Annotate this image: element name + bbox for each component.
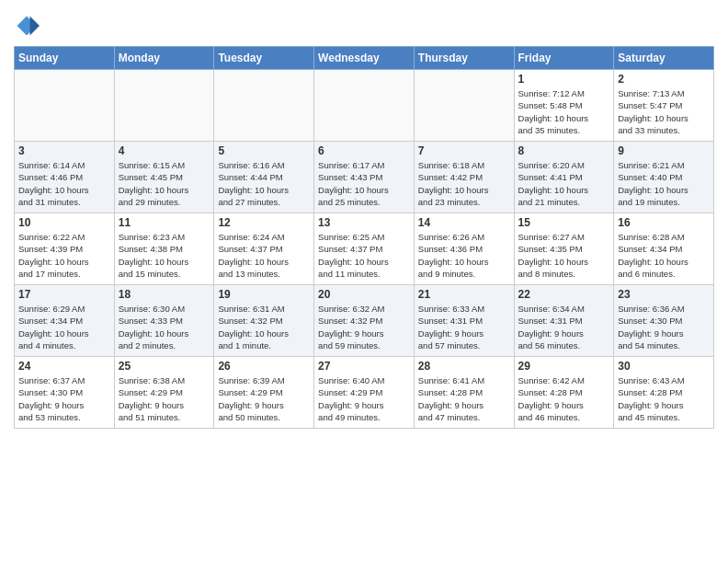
day-info: Sunrise: 6:21 AM Sunset: 4:40 PM Dayligh… — [618, 159, 710, 208]
day-info: Sunrise: 6:17 AM Sunset: 4:43 PM Dayligh… — [318, 159, 410, 208]
calendar-cell — [414, 70, 514, 142]
day-number: 5 — [218, 144, 310, 157]
page: SundayMondayTuesdayWednesdayThursdayFrid… — [0, 0, 728, 563]
day-info: Sunrise: 6:32 AM Sunset: 4:32 PM Dayligh… — [318, 303, 410, 351]
day-info: Sunrise: 6:27 AM Sunset: 4:35 PM Dayligh… — [518, 231, 610, 280]
day-number: 22 — [518, 288, 610, 301]
calendar-cell: 30Sunrise: 6:43 AM Sunset: 4:28 PM Dayli… — [614, 357, 714, 429]
day-number: 12 — [218, 216, 310, 229]
day-info: Sunrise: 6:28 AM Sunset: 4:34 PM Dayligh… — [618, 231, 710, 280]
day-info: Sunrise: 6:24 AM Sunset: 4:37 PM Dayligh… — [218, 231, 310, 280]
day-info: Sunrise: 6:30 AM Sunset: 4:33 PM Dayligh… — [119, 303, 210, 351]
day-info: Sunrise: 6:36 AM Sunset: 4:30 PM Dayligh… — [618, 303, 710, 351]
calendar-cell: 18Sunrise: 6:30 AM Sunset: 4:33 PM Dayli… — [114, 285, 214, 357]
calendar-week-1: 1Sunrise: 7:12 AM Sunset: 5:48 PM Daylig… — [15, 70, 714, 142]
day-number: 28 — [418, 360, 510, 373]
day-info: Sunrise: 6:40 AM Sunset: 4:29 PM Dayligh… — [318, 374, 410, 423]
day-number: 24 — [18, 360, 110, 373]
day-number: 11 — [119, 216, 210, 229]
day-info: Sunrise: 6:16 AM Sunset: 4:44 PM Dayligh… — [218, 159, 310, 208]
day-number: 26 — [218, 360, 310, 373]
calendar-cell: 8Sunrise: 6:20 AM Sunset: 4:41 PM Daylig… — [514, 142, 614, 213]
calendar-cell: 1Sunrise: 7:12 AM Sunset: 5:48 PM Daylig… — [514, 70, 614, 142]
calendar-cell: 11Sunrise: 6:23 AM Sunset: 4:38 PM Dayli… — [114, 213, 214, 285]
day-info: Sunrise: 7:12 AM Sunset: 5:48 PM Dayligh… — [518, 87, 610, 136]
day-info: Sunrise: 6:39 AM Sunset: 4:29 PM Dayligh… — [218, 374, 310, 423]
calendar-cell — [214, 70, 314, 142]
day-number: 30 — [618, 360, 710, 373]
calendar-cell: 29Sunrise: 6:42 AM Sunset: 4:28 PM Dayli… — [514, 357, 614, 429]
day-info: Sunrise: 6:22 AM Sunset: 4:39 PM Dayligh… — [18, 231, 110, 280]
calendar-cell: 5Sunrise: 6:16 AM Sunset: 4:44 PM Daylig… — [214, 142, 314, 213]
calendar-cell: 26Sunrise: 6:39 AM Sunset: 4:29 PM Dayli… — [214, 357, 314, 429]
calendar-cell: 10Sunrise: 6:22 AM Sunset: 4:39 PM Dayli… — [15, 213, 115, 285]
calendar-header-monday: Monday — [114, 47, 214, 70]
calendar-header-row: SundayMondayTuesdayWednesdayThursdayFrid… — [15, 47, 714, 70]
day-info: Sunrise: 6:33 AM Sunset: 4:31 PM Dayligh… — [418, 303, 510, 351]
calendar-cell: 27Sunrise: 6:40 AM Sunset: 4:29 PM Dayli… — [314, 357, 415, 429]
calendar-cell: 14Sunrise: 6:26 AM Sunset: 4:36 PM Dayli… — [414, 213, 514, 285]
calendar-cell — [114, 70, 214, 142]
calendar-cell: 15Sunrise: 6:27 AM Sunset: 4:35 PM Dayli… — [514, 213, 614, 285]
day-number: 3 — [18, 144, 110, 157]
day-info: Sunrise: 6:29 AM Sunset: 4:34 PM Dayligh… — [18, 303, 110, 351]
day-info: Sunrise: 6:42 AM Sunset: 4:28 PM Dayligh… — [518, 374, 610, 423]
day-number: 13 — [318, 216, 410, 229]
calendar-cell: 24Sunrise: 6:37 AM Sunset: 4:30 PM Dayli… — [15, 357, 115, 429]
day-number: 18 — [119, 288, 210, 301]
calendar-cell — [314, 70, 415, 142]
day-number: 16 — [618, 216, 710, 229]
calendar-cell: 22Sunrise: 6:34 AM Sunset: 4:31 PM Dayli… — [514, 285, 614, 357]
day-info: Sunrise: 6:37 AM Sunset: 4:30 PM Dayligh… — [18, 374, 110, 423]
day-number: 20 — [318, 288, 410, 301]
day-number: 9 — [618, 144, 710, 157]
day-number: 10 — [18, 216, 110, 229]
calendar-cell: 23Sunrise: 6:36 AM Sunset: 4:30 PM Dayli… — [614, 285, 714, 357]
day-info: Sunrise: 7:13 AM Sunset: 5:47 PM Dayligh… — [618, 87, 710, 136]
calendar-header-tuesday: Tuesday — [214, 47, 314, 70]
calendar-week-3: 10Sunrise: 6:22 AM Sunset: 4:39 PM Dayli… — [15, 213, 714, 285]
day-number: 29 — [518, 360, 610, 373]
day-info: Sunrise: 6:20 AM Sunset: 4:41 PM Dayligh… — [518, 159, 610, 208]
day-number: 14 — [418, 216, 510, 229]
day-info: Sunrise: 6:34 AM Sunset: 4:31 PM Dayligh… — [518, 303, 610, 351]
calendar-cell: 13Sunrise: 6:25 AM Sunset: 4:37 PM Dayli… — [314, 213, 415, 285]
calendar-week-4: 17Sunrise: 6:29 AM Sunset: 4:34 PM Dayli… — [15, 285, 714, 357]
day-number: 21 — [418, 288, 510, 301]
day-info: Sunrise: 6:26 AM Sunset: 4:36 PM Dayligh… — [418, 231, 510, 280]
calendar-week-5: 24Sunrise: 6:37 AM Sunset: 4:30 PM Dayli… — [15, 357, 714, 429]
logo-icon — [14, 13, 40, 39]
calendar-header-saturday: Saturday — [614, 47, 714, 70]
day-number: 7 — [418, 144, 510, 157]
calendar-week-2: 3Sunrise: 6:14 AM Sunset: 4:46 PM Daylig… — [15, 142, 714, 213]
calendar-header-thursday: Thursday — [414, 47, 514, 70]
day-number: 1 — [518, 73, 610, 86]
calendar-cell — [15, 70, 115, 142]
calendar-cell: 16Sunrise: 6:28 AM Sunset: 4:34 PM Dayli… — [614, 213, 714, 285]
calendar-cell: 3Sunrise: 6:14 AM Sunset: 4:46 PM Daylig… — [15, 142, 115, 213]
day-info: Sunrise: 6:38 AM Sunset: 4:29 PM Dayligh… — [119, 374, 210, 423]
day-info: Sunrise: 6:14 AM Sunset: 4:46 PM Dayligh… — [18, 159, 110, 208]
calendar-cell: 17Sunrise: 6:29 AM Sunset: 4:34 PM Dayli… — [15, 285, 115, 357]
calendar-cell: 6Sunrise: 6:17 AM Sunset: 4:43 PM Daylig… — [314, 142, 415, 213]
day-number: 23 — [618, 288, 710, 301]
day-number: 17 — [18, 288, 110, 301]
calendar-cell: 12Sunrise: 6:24 AM Sunset: 4:37 PM Dayli… — [214, 213, 314, 285]
svg-marker-1 — [30, 17, 40, 36]
calendar: SundayMondayTuesdayWednesdayThursdayFrid… — [14, 46, 714, 429]
day-info: Sunrise: 6:25 AM Sunset: 4:37 PM Dayligh… — [318, 231, 410, 280]
day-info: Sunrise: 6:41 AM Sunset: 4:28 PM Dayligh… — [418, 374, 510, 423]
day-info: Sunrise: 6:15 AM Sunset: 4:45 PM Dayligh… — [119, 159, 210, 208]
day-number: 19 — [218, 288, 310, 301]
calendar-cell: 7Sunrise: 6:18 AM Sunset: 4:42 PM Daylig… — [414, 142, 514, 213]
day-number: 15 — [518, 216, 610, 229]
day-info: Sunrise: 6:31 AM Sunset: 4:32 PM Dayligh… — [218, 303, 310, 351]
calendar-cell: 21Sunrise: 6:33 AM Sunset: 4:31 PM Dayli… — [414, 285, 514, 357]
calendar-header-friday: Friday — [514, 47, 614, 70]
day-number: 8 — [518, 144, 610, 157]
calendar-cell: 28Sunrise: 6:41 AM Sunset: 4:28 PM Dayli… — [414, 357, 514, 429]
day-info: Sunrise: 6:43 AM Sunset: 4:28 PM Dayligh… — [618, 374, 710, 423]
calendar-cell: 9Sunrise: 6:21 AM Sunset: 4:40 PM Daylig… — [614, 142, 714, 213]
day-info: Sunrise: 6:18 AM Sunset: 4:42 PM Dayligh… — [418, 159, 510, 208]
calendar-cell: 25Sunrise: 6:38 AM Sunset: 4:29 PM Dayli… — [114, 357, 214, 429]
